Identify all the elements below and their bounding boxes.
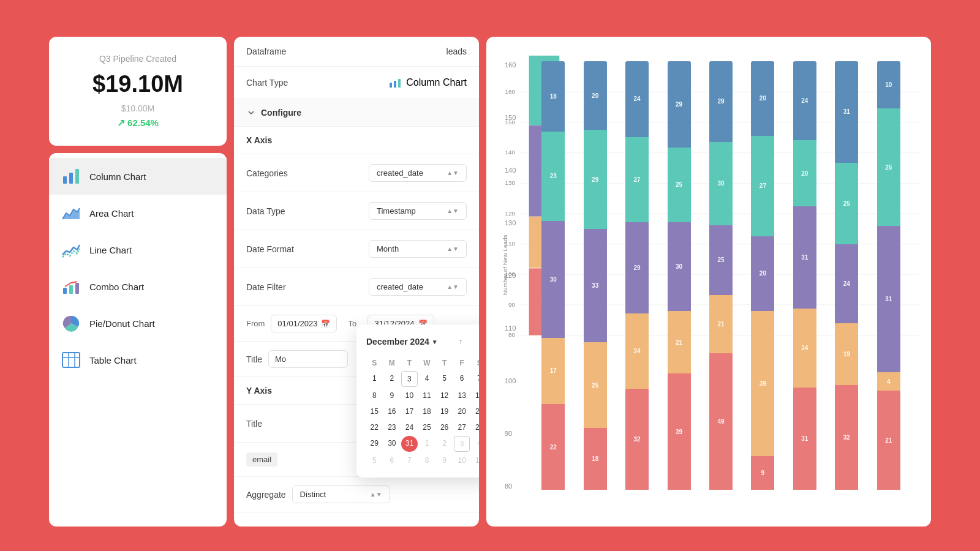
cal-day-19[interactable]: 19 — [436, 404, 453, 419]
area-chart-label: Area Chart — [89, 208, 134, 219]
cal-day-16[interactable]: 16 — [384, 404, 401, 419]
calendar-next-btn[interactable]: ↓ — [473, 334, 479, 349]
cal-day-24[interactable]: 24 — [401, 420, 418, 435]
svg-rect-11 — [390, 83, 392, 88]
seg-teal-9: 25 — [877, 108, 900, 226]
cal-day-next-5[interactable]: 5 — [366, 453, 383, 468]
cal-day-9[interactable]: 9 — [384, 388, 401, 403]
cal-day-next-11[interactable]: 11 — [471, 453, 479, 468]
cal-day-18[interactable]: 18 — [419, 404, 435, 419]
cal-day-5[interactable]: 5 — [436, 371, 453, 387]
cal-day-2[interactable]: 2 — [384, 371, 401, 387]
cal-day-25[interactable]: 25 — [419, 420, 435, 435]
cal-day-17[interactable]: 17 — [401, 404, 418, 419]
chart-type-item-combo[interactable]: Combo Chart — [49, 268, 227, 305]
chart-type-item-line[interactable]: Line Chart — [49, 231, 227, 268]
seg-pink-3: 32 — [625, 389, 649, 490]
seg-purple-5: 25 — [709, 225, 733, 295]
seg-teal-7: 20 — [793, 140, 816, 206]
bar-col-2: 20 29 33 25 18 — [577, 61, 612, 490]
chart-type-item-pie[interactable]: Pie/Donut Chart — [49, 305, 227, 342]
calendar-month-year: December 2024 — [366, 337, 429, 347]
cal-day-7[interactable]: 7 — [471, 371, 479, 387]
cal-day-next-3[interactable]: 3 — [454, 436, 470, 452]
stacked-bar-4: 29 25 30 21 39 — [668, 61, 691, 490]
y-title-label: Title — [246, 419, 262, 429]
y-tick-130: 130 — [505, 179, 516, 186]
cal-day-next-4[interactable]: 4 — [471, 436, 479, 452]
cal-day-next-1[interactable]: 1 — [419, 436, 435, 452]
bar-col-4: 29 25 30 21 39 — [661, 61, 696, 490]
dataframe-value: leads — [447, 47, 467, 56]
chart-type-item-table[interactable]: Table Chart — [49, 342, 227, 378]
cal-day-26[interactable]: 26 — [436, 420, 453, 435]
cal-day-8[interactable]: 8 — [366, 388, 383, 403]
seg-orange-5: 21 — [709, 295, 733, 353]
date-filter-row: Date Filter created_date ▲▼ — [234, 268, 479, 306]
chart-type-selector[interactable]: Column Chart — [389, 77, 467, 89]
cal-day-next-6[interactable]: 6 — [384, 453, 401, 468]
cal-day-23[interactable]: 23 — [384, 420, 401, 435]
seg-orange-9: 4 — [877, 372, 900, 391]
cal-day-31[interactable]: 31 — [401, 436, 418, 452]
cal-day-13[interactable]: 13 — [454, 388, 470, 403]
seg-blue-4: 29 — [668, 61, 691, 148]
categories-select[interactable]: created_date ▲▼ — [369, 164, 467, 182]
y-tick-120: 120 — [505, 210, 516, 217]
date-filter-value: created_date — [377, 282, 423, 291]
chart-type-item-column[interactable]: Column Chart — [49, 158, 227, 195]
cal-day-next-8[interactable]: 8 — [419, 453, 435, 468]
cal-day-6[interactable]: 6 — [454, 371, 470, 387]
y-axis-title: Number of New Leads — [502, 235, 508, 296]
cal-header-sun: S — [366, 356, 383, 370]
middle-panel: Dataframe leads Chart Type Column Chart … — [234, 37, 479, 527]
bar-col-1: 18 23 30 17 22 — [535, 61, 571, 490]
bar-col-3: 24 27 29 24 32 — [619, 61, 655, 490]
kpi-change-value: 62.54% — [127, 118, 159, 128]
title-input[interactable] — [268, 350, 348, 368]
cal-day-27[interactable]: 27 — [454, 420, 470, 435]
cal-header-sat: S — [471, 356, 479, 370]
cal-day-next-2[interactable]: 2 — [436, 436, 453, 452]
cal-day-3[interactable]: 3 — [401, 371, 418, 387]
cal-day-11[interactable]: 11 — [419, 388, 435, 403]
bar-col-8: 31 25 24 19 32 — [829, 61, 864, 490]
seg-purple-7: 31 — [793, 206, 816, 309]
date-filter-arrow: ▲▼ — [447, 283, 459, 290]
calendar-prev-btn[interactable]: ↑ — [453, 334, 468, 349]
cal-day-next-7[interactable]: 7 — [401, 453, 418, 468]
date-format-row: Date Format Month ▲▼ — [234, 230, 479, 268]
cal-day-1[interactable]: 1 — [366, 371, 383, 387]
cal-day-14[interactable]: 14 — [471, 388, 479, 403]
data-type-select[interactable]: Timestamp ▲▼ — [369, 202, 467, 220]
seg-pink-8: 32 — [835, 385, 858, 490]
bars-container: 160 150 140 130 120 110 100 90 80 .bar-c… — [535, 61, 907, 490]
cal-day-next-10[interactable]: 10 — [454, 453, 470, 468]
from-label: From — [246, 319, 265, 328]
cal-day-20[interactable]: 20 — [454, 404, 470, 419]
cal-day-29[interactable]: 29 — [366, 436, 383, 452]
seg-pink-7: 31 — [793, 388, 816, 490]
cal-day-22[interactable]: 22 — [366, 420, 383, 435]
cal-day-12[interactable]: 12 — [436, 388, 453, 403]
seg-pink-9: 21 — [877, 391, 900, 490]
data-type-arrow: ▲▼ — [447, 208, 459, 214]
date-format-select[interactable]: Month ▲▼ — [369, 240, 467, 258]
cal-day-10[interactable]: 10 — [401, 388, 418, 403]
date-filter-select[interactable]: created_date ▲▼ — [369, 278, 467, 296]
configure-section-header[interactable]: Configure — [234, 99, 479, 127]
chart-type-item-area[interactable]: Area Chart — [49, 195, 227, 231]
cal-day-28[interactable]: 28 — [471, 420, 479, 435]
from-date-input[interactable]: 01/01/2023 📅 — [271, 315, 337, 332]
stacked-bar-8: 31 25 24 19 32 — [835, 61, 858, 490]
cal-day-15[interactable]: 15 — [366, 404, 383, 419]
cal-day-21[interactable]: 21 — [471, 404, 479, 419]
cal-day-30[interactable]: 30 — [384, 436, 401, 452]
bar-col-9: 10 25 31 4 21 — [871, 61, 907, 490]
cal-day-next-9[interactable]: 9 — [436, 453, 453, 468]
aggregate-select[interactable]: Distinct ▲▼ — [292, 485, 390, 503]
seg-blue-1: 18 — [541, 61, 565, 132]
cal-header-tue: T — [401, 356, 418, 370]
cal-day-4[interactable]: 4 — [419, 371, 435, 387]
chart-type-row[interactable]: Chart Type Column Chart — [234, 67, 479, 99]
